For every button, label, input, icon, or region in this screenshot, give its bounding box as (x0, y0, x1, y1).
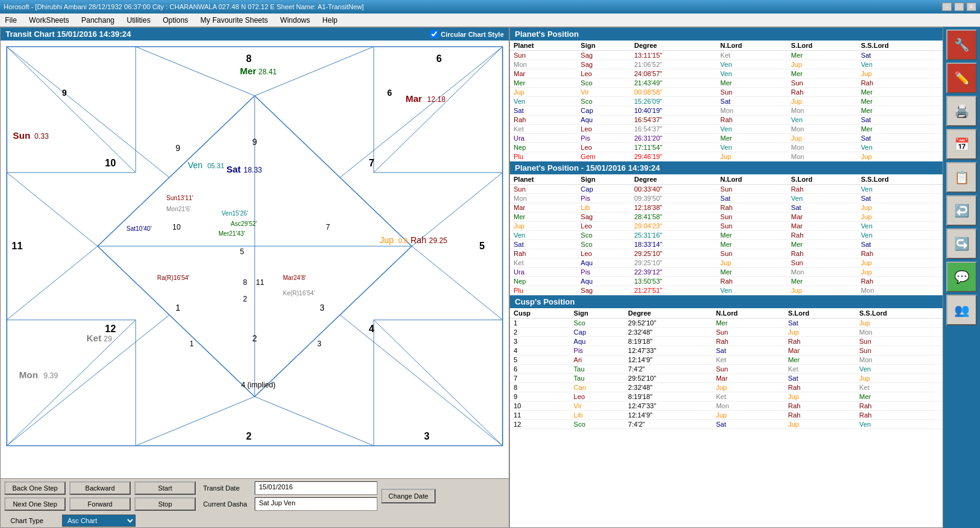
table-row: 10 (510, 402, 570, 411)
chart-canvas: Mer 28.41 Sun 0.33 Ven 05.31 Sat 18.33 M… (1, 41, 509, 478)
table-row: Mar (787, 212, 857, 222)
play-buttons: Start Stop (134, 481, 196, 511)
table-row: Aqu (577, 277, 630, 286)
table-row: Sat (717, 194, 787, 203)
tool-edit-btn[interactable]: ✏️ (946, 63, 977, 93)
chart-style-label: Circular Chart Style (441, 31, 504, 38)
table-row: 29:52'10" (625, 319, 712, 328)
tool-users-btn[interactable]: 👥 (946, 295, 977, 325)
col-degree-c: Degree (625, 308, 712, 319)
table-row: Aqu (570, 337, 625, 346)
table-row: 00:33'40" (630, 185, 716, 194)
table-row: Sat (784, 319, 855, 328)
menu-worksheets[interactable]: WorkSheets (26, 15, 71, 25)
table-row: Mon (787, 143, 857, 152)
svg-text:28.41: 28.41 (258, 68, 277, 76)
title-bar: Horosoft - [Dhirubhi Ambani 28/12/1932 0… (0, 0, 980, 14)
minimize-btn[interactable]: − (942, 2, 952, 11)
svg-text:29: 29 (104, 335, 112, 343)
table-row: Mer (857, 125, 943, 134)
menu-windows[interactable]: Windows (278, 15, 313, 25)
col-sslord-1: S.S.Lord (857, 41, 943, 51)
next-one-step-btn[interactable]: Next One Step (4, 497, 66, 511)
table-row: Sun (717, 249, 787, 258)
stop-btn[interactable]: Stop (134, 497, 196, 511)
back-one-step-btn[interactable]: Back One Step (4, 481, 66, 495)
chart-style-option[interactable]: Circular Chart Style (430, 30, 504, 38)
table-row: Sat (857, 134, 943, 143)
tool-back-btn[interactable]: ↩️ (946, 195, 977, 226)
svg-text:0.33: 0.33 (34, 132, 49, 141)
menu-utilities[interactable]: Utilities (125, 15, 153, 25)
svg-text:3: 3 (424, 431, 430, 441)
svg-text:12: 12 (105, 324, 116, 334)
table-row: 12:18'38" (630, 203, 716, 212)
table-row: Mer (717, 134, 787, 143)
table-row: 12:47'33" (625, 402, 712, 411)
start-btn[interactable]: Start (134, 481, 196, 495)
table-row: 17:11'54" (630, 143, 716, 152)
tool-notes-btn[interactable]: 📋 (946, 162, 977, 193)
table-row: Mon (787, 152, 857, 161)
tool-print-btn[interactable]: 🖨️ (946, 96, 977, 126)
close-btn[interactable]: ✕ (966, 2, 976, 11)
current-dasha-label: Current Dasha (203, 500, 252, 508)
table-row: 4 (510, 346, 570, 355)
table-row: Sco (577, 231, 630, 240)
table-row: 7:4'2" (625, 365, 712, 374)
table-row: Ven (855, 365, 943, 374)
col-sign-1: Sign (577, 41, 630, 51)
menu-help[interactable]: Help (320, 15, 340, 25)
table-row: Jup (855, 374, 943, 383)
table-row: Leo (570, 392, 625, 402)
tool-chat-btn[interactable]: 💬 (946, 262, 977, 292)
maximize-btn[interactable]: □ (954, 2, 964, 11)
table-row: Sco (570, 420, 625, 429)
table-row: 26:31'20" (630, 134, 716, 143)
table-row: Sat (712, 420, 785, 429)
table-row: 28:41'58" (630, 212, 716, 222)
side-toolbar: 🔧 ✏️ 🖨️ 📅 📋 ↩️ ↪️ 💬 👥 (943, 27, 980, 528)
table-row: 24:08'57" (630, 69, 716, 79)
table-row: Rah (787, 185, 857, 194)
table-row: 8:19'18" (625, 337, 712, 346)
svg-text:5: 5 (479, 241, 485, 251)
table-row: 18:33'14" (630, 240, 716, 249)
table-row: Rah (855, 411, 943, 420)
menu-options[interactable]: Options (160, 15, 190, 25)
chart-panel: Transit Chart 15/01/2016 14:39:24 Circul… (0, 27, 509, 528)
table-row: Aqu (577, 115, 630, 125)
table-row: Gem (577, 152, 630, 161)
table-row: 13:11'15" (630, 51, 716, 60)
table-row: 8:19'18" (625, 392, 712, 402)
table-row: Jup (787, 286, 857, 295)
table-row: Jup (855, 319, 943, 328)
table-row: Mar (712, 374, 785, 383)
table-row: 15:26'09" (630, 97, 716, 106)
tool-calendar-btn[interactable]: 📅 (946, 129, 977, 160)
table-row: Mon (717, 106, 787, 115)
table-row: Ven (717, 125, 787, 134)
backward-btn[interactable]: Backward (69, 481, 131, 495)
tool-settings-btn[interactable]: 🔧 (946, 29, 977, 60)
chart-type-select[interactable]: Asc Chart (62, 514, 136, 527)
table-row: 2 (510, 328, 570, 337)
tool-forward-btn[interactable]: ↪️ (946, 228, 977, 259)
change-date-btn[interactable]: Change Date (381, 489, 436, 503)
table-row: Sat (717, 97, 787, 106)
planets-table-1: Planet Sign Degree N.Lord S.Lord S.S.Lor… (510, 41, 943, 161)
change-date-col: Change Date (381, 489, 436, 503)
menu-file[interactable]: File (2, 15, 19, 25)
table-row: 2:32'48" (625, 383, 712, 392)
table-row: Mer (787, 51, 857, 60)
table-row: Nep (510, 143, 577, 152)
table-row: Rah (787, 231, 857, 240)
chart-style-checkbox[interactable] (430, 30, 438, 38)
forward-btn[interactable]: Forward (69, 497, 131, 511)
table-row: 00:08'58" (630, 88, 716, 97)
menu-panchang[interactable]: Panchang (79, 15, 117, 25)
menu-favourite[interactable]: My Favourite Sheets (198, 15, 271, 25)
table-row: Jup (717, 258, 787, 268)
svg-text:Mar24'8': Mar24'8' (283, 274, 306, 281)
table-row: Ket (712, 355, 785, 365)
